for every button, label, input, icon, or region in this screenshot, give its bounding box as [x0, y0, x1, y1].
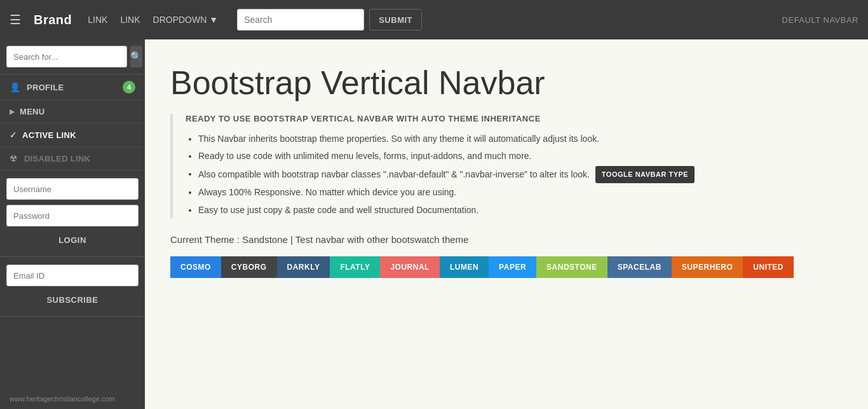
navbar-default-label: DEFAULT NAVBAR — [782, 15, 858, 25]
navbar-toggler[interactable]: ☰ — [10, 12, 21, 27]
theme-button-superhero[interactable]: SUPERHERO — [672, 256, 743, 278]
login-button[interactable]: LOGIN — [6, 232, 139, 249]
sidebar-search-wrap: 🔍 — [0, 39, 145, 74]
sidebar-item-disabled-link: ☢ DISABLED LINK — [0, 147, 145, 170]
theme-label: Current Theme : Sandstone | Test navbar … — [170, 234, 843, 245]
theme-button-darkly[interactable]: DARKLY — [277, 256, 330, 278]
menu-chevron-icon: ▶ — [10, 107, 15, 116]
main-layout: 🔍 👤 PROFILE 4 ▶ MENU ✓ ACTIVE LINK ☢ DIS… — [0, 39, 868, 409]
navbar-search-input[interactable] — [237, 9, 364, 31]
user-icon: 👤 — [10, 82, 20, 92]
email-input[interactable] — [6, 265, 139, 286]
list-item: This Navbar inherits bootstrap theme pro… — [198, 131, 843, 147]
sidebar-form: LOGIN — [0, 170, 145, 257]
theme-buttons: COSMOCYBORGDARKLYFLATLYJOURNALLUMENPAPER… — [170, 256, 843, 278]
list-item: Always 100% Responsive. No matter which … — [198, 184, 843, 200]
sidebar-search-button[interactable]: 🔍 — [130, 46, 142, 67]
theme-button-sandstone[interactable]: SANDSTONE — [536, 256, 607, 278]
sidebar-footer: www.heritagechristiancollege.com — [0, 389, 145, 409]
theme-button-cosmo[interactable]: COSMO — [170, 256, 221, 278]
sidebar-item-menu[interactable]: ▶ MENU — [0, 101, 145, 123]
sidebar-profile-label: PROFILE — [27, 83, 123, 92]
theme-button-paper[interactable]: PAPER — [489, 256, 536, 278]
subscribe-button[interactable]: SUBSCRIBE — [6, 291, 139, 308]
sidebar-disabled-link-label: DISABLED LINK — [24, 154, 135, 163]
theme-button-journal[interactable]: JOURNAL — [380, 256, 440, 278]
sidebar-search-input[interactable] — [6, 46, 127, 67]
checkmark-icon: ✓ — [10, 130, 17, 140]
sidebar-active-link-label: ACTIVE LINK — [22, 130, 135, 140]
username-input[interactable] — [6, 178, 139, 200]
profile-badge: 4 — [123, 81, 135, 94]
navbar-dropdown-label: DROPDOWN — [153, 15, 207, 25]
toggle-navbar-button[interactable]: TOOGLE NAVBAR TYPE — [595, 166, 695, 184]
navbar-link-2[interactable]: LINK — [120, 15, 140, 25]
sidebar-menu-label: MENU — [20, 107, 135, 116]
sidebar-item-profile[interactable]: 👤 PROFILE 4 — [0, 74, 145, 101]
top-navbar: ☰ Brand LINK LINK DROPDOWN ▼ SUBMIT DEFA… — [0, 0, 868, 39]
sidebar-item-active-link[interactable]: ✓ ACTIVE LINK — [0, 123, 145, 147]
password-input[interactable] — [6, 205, 139, 226]
navbar-dropdown[interactable]: DROPDOWN ▼ — [153, 15, 219, 25]
theme-button-united[interactable]: UNITED — [743, 256, 794, 278]
list-item: Easy to use just copy & paste code and w… — [198, 202, 843, 218]
sidebar: 🔍 👤 PROFILE 4 ▶ MENU ✓ ACTIVE LINK ☢ DIS… — [0, 39, 145, 409]
navbar-submit-button[interactable]: SUBMIT — [369, 9, 422, 31]
sidebar-subscribe-form: SUBSCRIBE — [0, 257, 145, 317]
theme-button-lumen[interactable]: LUMEN — [440, 256, 489, 278]
content-blockquote: READY TO USE BOOTSTRAP VERTICAL NAVBAR W… — [170, 114, 843, 218]
page-title: Bootstrap Vertical Navbar — [170, 65, 843, 101]
dropdown-chevron-icon: ▼ — [209, 15, 218, 25]
feature-list: This Navbar inherits bootstrap theme pro… — [186, 131, 843, 218]
navbar-brand: Brand — [34, 13, 72, 27]
list-item: Ready to use code with unlimited menu le… — [198, 148, 843, 164]
search-icon: 🔍 — [130, 51, 142, 62]
list-item: Also compatible with bootstrap navbar cl… — [198, 166, 843, 184]
navbar-search-wrap: SUBMIT — [237, 9, 422, 31]
blockquote-heading: READY TO USE BOOTSTRAP VERTICAL NAVBAR W… — [186, 114, 843, 123]
theme-button-flatly[interactable]: FLATLY — [330, 256, 380, 278]
navbar-link-1[interactable]: LINK — [88, 15, 107, 25]
disabled-icon: ☢ — [10, 153, 18, 163]
theme-button-cyborg[interactable]: CYBORG — [221, 256, 277, 278]
content-area: Bootstrap Vertical Navbar READY TO USE B… — [145, 39, 868, 409]
theme-button-spacelab[interactable]: SPACELAB — [607, 256, 672, 278]
